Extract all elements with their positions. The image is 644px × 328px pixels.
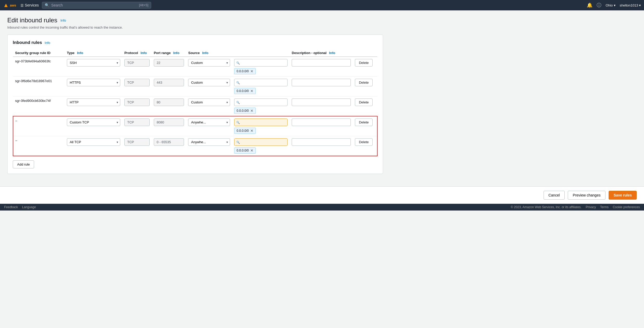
help-icon[interactable]: ⓘ bbox=[597, 2, 601, 8]
delete-rule-button[interactable]: Delete bbox=[355, 119, 373, 126]
cookie-link[interactable]: Cookie preferences bbox=[613, 205, 640, 209]
source-select[interactable]: Anywhe... bbox=[188, 138, 230, 146]
table-header-row: Security group rule ID Type Info Protoco… bbox=[13, 49, 377, 57]
protocol-field bbox=[124, 79, 150, 86]
description-field[interactable] bbox=[292, 138, 351, 146]
protocol-info-link[interactable]: Info bbox=[141, 51, 147, 55]
page-info-link[interactable]: Info bbox=[60, 18, 66, 22]
protocol-field bbox=[124, 138, 150, 146]
search-icon: 🔍 bbox=[236, 140, 240, 144]
source-search-input[interactable] bbox=[234, 99, 288, 106]
global-search[interactable]: 🔍 [Alt+S] bbox=[42, 2, 151, 9]
type-info-link[interactable]: Info bbox=[77, 51, 83, 55]
source-select[interactable]: Anywhe... bbox=[188, 119, 230, 126]
table-row: –All TCP▾Anywhe...▾🔍0.0.0.0/0 ✕Delete bbox=[13, 136, 377, 156]
type-select[interactable]: All TCP bbox=[67, 138, 120, 146]
search-icon: 🔍 bbox=[236, 121, 240, 124]
source-select[interactable]: Custom bbox=[188, 79, 230, 86]
user-menu[interactable]: shelton1013 ▾ bbox=[620, 3, 641, 7]
add-rule-button[interactable]: Add rule bbox=[13, 160, 34, 168]
description-field[interactable] bbox=[292, 99, 351, 106]
table-row: sgr-073bfe694a60663fcSSH▾Custom▾🔍0.0.0.0… bbox=[13, 57, 377, 77]
language-link[interactable]: Language bbox=[22, 205, 36, 209]
cell-rule-port bbox=[152, 57, 186, 77]
cell-rule-id: – bbox=[13, 116, 65, 136]
source-info-link[interactable]: Info bbox=[202, 51, 208, 55]
rules-table: Security group rule ID Type Info Protoco… bbox=[13, 49, 378, 156]
cell-rule-port bbox=[152, 136, 186, 156]
remove-tag-button[interactable]: ✕ bbox=[250, 109, 253, 113]
card-info-link[interactable]: Info bbox=[44, 41, 50, 45]
search-icon: 🔍 bbox=[236, 61, 240, 64]
preview-changes-button[interactable]: Preview changes bbox=[568, 191, 605, 200]
remove-tag-button[interactable]: ✕ bbox=[250, 69, 253, 73]
description-field[interactable] bbox=[292, 119, 351, 126]
main-content: Edit inbound rules Info Inbound rules co… bbox=[0, 10, 390, 180]
search-icon: 🔍 bbox=[236, 81, 240, 84]
remove-tag-button[interactable]: ✕ bbox=[250, 129, 253, 133]
save-rules-button[interactable]: Save rules bbox=[609, 191, 637, 200]
source-search-input[interactable] bbox=[234, 59, 288, 67]
description-field[interactable] bbox=[292, 79, 351, 86]
search-icon: 🔍 bbox=[236, 101, 240, 104]
cell-rule-type: HTTP▾ bbox=[65, 96, 122, 116]
page-title: Edit inbound rules bbox=[7, 17, 57, 24]
bottom-bar-left: Feedback Language bbox=[4, 205, 36, 209]
rule-id-text: – bbox=[15, 136, 17, 142]
type-select[interactable]: SSH bbox=[67, 59, 120, 67]
cell-rule-source: Anywhe...▾ bbox=[186, 136, 232, 156]
source-tag: 0.0.0.0/0 ✕ bbox=[234, 88, 256, 94]
col-header-port: Port range Info bbox=[152, 49, 186, 57]
rule-id-text: sgr-073bfe694a60663fc bbox=[15, 57, 51, 63]
col-header-action bbox=[353, 49, 377, 57]
remove-tag-button[interactable]: ✕ bbox=[250, 148, 253, 153]
notifications-icon[interactable]: 🔔 bbox=[587, 2, 592, 8]
cell-source-value: 🔍0.0.0.0/0 ✕ bbox=[232, 136, 290, 156]
rule-id-text: – bbox=[15, 116, 17, 123]
cell-source-value: 🔍0.0.0.0/0 ✕ bbox=[232, 116, 290, 136]
port-info-link[interactable]: Info bbox=[173, 51, 180, 55]
source-select[interactable]: Custom bbox=[188, 99, 230, 106]
copyright: © 2023, Amazon Web Services, Inc. or its… bbox=[511, 205, 582, 209]
description-info-link[interactable]: Info bbox=[329, 51, 335, 55]
cell-rule-protocol bbox=[122, 96, 152, 116]
cell-description bbox=[290, 116, 353, 136]
cell-delete: Delete bbox=[353, 77, 377, 96]
aws-logo[interactable]: ▲ aws bbox=[3, 2, 16, 9]
col-header-protocol: Protocol Info bbox=[122, 49, 152, 57]
page-footer: Cancel Preview changes Save rules bbox=[0, 186, 644, 204]
source-select[interactable]: Custom bbox=[188, 59, 230, 67]
table-row: sgr-0f6d6e78d18967e01HTTPS▾Custom▾🔍0.0.0… bbox=[13, 77, 377, 96]
source-search-input[interactable] bbox=[234, 79, 288, 86]
search-input[interactable] bbox=[51, 3, 137, 7]
rules-tbody: sgr-073bfe694a60663fcSSH▾Custom▾🔍0.0.0.0… bbox=[13, 57, 377, 156]
description-field[interactable] bbox=[292, 59, 351, 67]
type-select[interactable]: Custom TCP bbox=[67, 119, 120, 126]
source-tag: 0.0.0.0/0 ✕ bbox=[234, 68, 256, 74]
remove-tag-button[interactable]: ✕ bbox=[250, 89, 253, 93]
cell-rule-type: All TCP▾ bbox=[65, 136, 122, 156]
delete-rule-button[interactable]: Delete bbox=[355, 138, 373, 146]
source-tag: 0.0.0.0/0 ✕ bbox=[234, 128, 256, 134]
delete-rule-button[interactable]: Delete bbox=[355, 99, 373, 106]
cell-rule-type: HTTPS▾ bbox=[65, 77, 122, 96]
feedback-link[interactable]: Feedback bbox=[4, 205, 18, 209]
terms-link[interactable]: Terms bbox=[600, 205, 609, 209]
port-field bbox=[154, 59, 184, 67]
privacy-link[interactable]: Privacy bbox=[586, 205, 596, 209]
cell-rule-id: sgr-0f6d6e78d18967e01 bbox=[13, 77, 65, 96]
delete-rule-button[interactable]: Delete bbox=[355, 79, 373, 86]
port-field bbox=[154, 99, 184, 106]
cell-delete: Delete bbox=[353, 116, 377, 136]
type-select[interactable]: HTTPS bbox=[67, 79, 120, 86]
source-search-input[interactable] bbox=[234, 138, 288, 146]
type-select[interactable]: HTTP bbox=[67, 99, 120, 106]
cell-rule-id: sgr-073bfe694a60663fc bbox=[13, 57, 65, 77]
cell-rule-source: Anywhe...▾ bbox=[186, 116, 232, 136]
services-menu[interactable]: ≣ Services bbox=[20, 3, 39, 8]
cancel-button[interactable]: Cancel bbox=[544, 191, 565, 200]
source-search-input[interactable] bbox=[234, 119, 288, 126]
region-selector[interactable]: Ohio ▾ bbox=[605, 3, 615, 7]
bottom-bar-right: © 2023, Amazon Web Services, Inc. or its… bbox=[511, 205, 640, 209]
delete-rule-button[interactable]: Delete bbox=[355, 59, 373, 67]
